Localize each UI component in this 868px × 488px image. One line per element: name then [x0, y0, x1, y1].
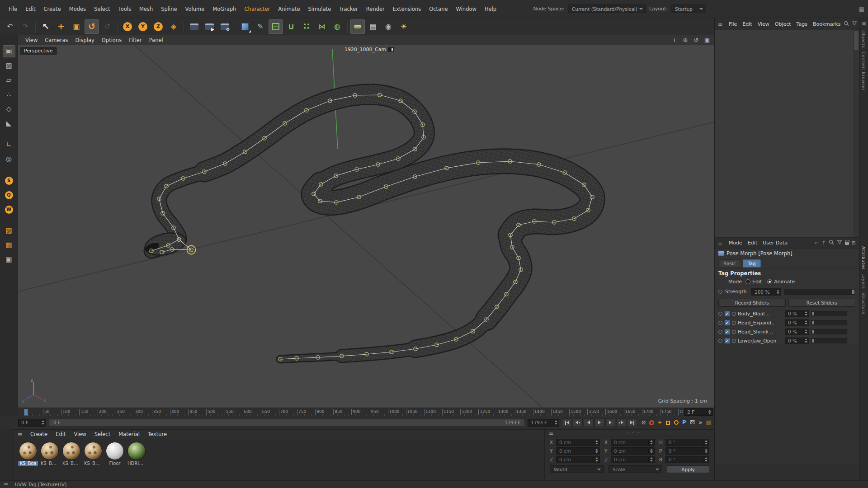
strength-slider-handle[interactable]: [852, 290, 854, 294]
morph-slider[interactable]: [811, 311, 847, 316]
last-tool-button[interactable]: ↺: [100, 19, 114, 34]
filter-icon[interactable]: [837, 239, 842, 246]
render-view-button[interactable]: [187, 19, 201, 34]
side-tab-objects[interactable]: Objects: [861, 30, 866, 48]
material-item[interactable]: HDRI_M..: [126, 442, 147, 466]
coord-field-size-z[interactable]: 0 cm: [611, 456, 655, 463]
coord-field-size-x[interactable]: 0 cm: [611, 439, 655, 446]
menu-mograph[interactable]: MoGraph: [208, 4, 240, 14]
keyframe-rotation-toggle[interactable]: [672, 418, 680, 427]
current-frame-stepper[interactable]: [707, 410, 711, 414]
spline-pen-button[interactable]: ✎: [253, 19, 268, 34]
material-menu-create[interactable]: Create: [26, 429, 52, 439]
ruler-ticks[interactable]: 5010015020025030035040045050055060065070…: [18, 408, 683, 416]
viewport[interactable]: Perspective 1920_1080_Cam Grid Spacing :…: [18, 45, 714, 408]
panel-icon[interactable]: ▣: [861, 21, 866, 27]
redo-button[interactable]: ↷: [18, 19, 33, 34]
side-tab-layers[interactable]: Layers: [861, 273, 866, 289]
viewport-menu-view[interactable]: View: [22, 36, 41, 44]
material-menu-view[interactable]: View: [70, 429, 90, 439]
morph-key-icon[interactable]: [718, 339, 722, 343]
record-sliders-button[interactable]: Record Sliders: [718, 299, 786, 307]
viewport-menu-panel[interactable]: Panel: [146, 36, 167, 44]
range-end-field[interactable]: 1793 F: [528, 419, 559, 427]
om-menu-object[interactable]: Object: [772, 20, 794, 28]
menu-select[interactable]: Select: [90, 4, 114, 14]
am-menu-edit[interactable]: Edit: [745, 239, 760, 247]
field-button[interactable]: [350, 19, 365, 34]
search-icon[interactable]: [844, 21, 849, 28]
goto-end-button[interactable]: [627, 418, 637, 427]
subdivision-surface-button[interactable]: [269, 19, 283, 34]
live-selection-button[interactable]: ↖: [38, 19, 53, 34]
menu-file[interactable]: File: [5, 4, 21, 14]
timeline-ruler[interactable]: 5010015020025030035040045050055060065070…: [18, 408, 714, 416]
view-label[interactable]: Perspective: [20, 47, 57, 55]
coord-field-rotation-p[interactable]: 0 °: [665, 447, 709, 455]
tab-basic[interactable]: Basic: [718, 259, 741, 267]
point-mode-button[interactable]: ∴: [3, 89, 15, 101]
next-key-button[interactable]: [616, 418, 626, 427]
material-menu-texture[interactable]: Texture: [144, 429, 171, 439]
side-tab-attributes[interactable]: Attributes: [861, 246, 866, 270]
size-mode-dropdown[interactable]: Scale: [609, 465, 663, 473]
workplane-snap-button[interactable]: W: [3, 203, 15, 216]
morph-checkbox[interactable]: ✓: [724, 311, 730, 317]
viewport-menu-options[interactable]: Options: [98, 36, 125, 44]
workplane-mode-button[interactable]: ▱: [3, 74, 15, 86]
floor-button[interactable]: ▤: [366, 19, 380, 34]
morph-anim-icon[interactable]: [732, 321, 736, 325]
goto-start-button[interactable]: [562, 418, 572, 427]
material-menu-icon[interactable]: ≡: [18, 431, 23, 438]
material-menu-select[interactable]: Select: [90, 429, 114, 439]
strength-stepper[interactable]: [775, 290, 779, 294]
filter-icon[interactable]: [852, 21, 857, 28]
coord-field-position-z[interactable]: 0 cm: [556, 456, 600, 463]
morph-key-icon[interactable]: [718, 321, 722, 325]
morph-anim-icon[interactable]: [732, 312, 736, 316]
x-axis-lock-button[interactable]: X: [120, 19, 135, 34]
morph-checkbox[interactable]: ✓: [724, 329, 730, 335]
menu-edit[interactable]: Edit: [21, 4, 39, 14]
range-start-field[interactable]: 0 F: [18, 419, 46, 427]
camera-label[interactable]: 1920_1080_Cam: [344, 47, 394, 52]
menu-tracker[interactable]: Tracker: [335, 4, 362, 14]
menu-create[interactable]: Create: [40, 4, 65, 14]
material-thumbnail[interactable]: [106, 442, 124, 460]
timeline-button[interactable]: ▥: [705, 418, 712, 427]
viewport-solo-button[interactable]: ◎: [3, 153, 15, 165]
enable-axis-button[interactable]: ∟: [3, 139, 15, 151]
radio-edit[interactable]: [745, 279, 750, 284]
strength-key-icon[interactable]: [718, 290, 722, 294]
scale-tool-button[interactable]: ▣: [69, 19, 84, 34]
mode-option-edit[interactable]: Edit: [745, 279, 762, 285]
edge-mode-button[interactable]: ◇: [3, 103, 15, 115]
apply-button[interactable]: Apply: [667, 465, 709, 473]
keyframe-parameter-toggle[interactable]: P: [680, 418, 688, 427]
viewport-menu-filter[interactable]: Filter: [125, 36, 145, 44]
object-list[interactable]: [715, 30, 859, 238]
zoom-view-icon[interactable]: ⊕: [682, 37, 689, 43]
menu-simulate[interactable]: Simulate: [304, 4, 335, 14]
morph-anim-icon[interactable]: [732, 330, 736, 334]
morph-anim-icon[interactable]: [732, 339, 736, 343]
morph-value-field[interactable]: 0 %: [785, 328, 809, 335]
material-item[interactable]: Floor: [104, 442, 125, 466]
paint-tool-button[interactable]: ▨: [3, 225, 15, 237]
undo-button[interactable]: ↶: [3, 19, 17, 34]
om-menu-tags[interactable]: Tags: [794, 20, 810, 28]
coord-field-size-y[interactable]: 0 cm: [611, 447, 655, 455]
om-menu-bookmarks[interactable]: Bookmarks: [810, 20, 843, 28]
volume-builder-button[interactable]: ◍: [330, 19, 344, 34]
next-frame-button[interactable]: [605, 418, 615, 427]
scrollbar-thumb[interactable]: [854, 31, 859, 50]
render-settings-button[interactable]: ⚙: [217, 19, 232, 34]
material-thumbnail[interactable]: [19, 442, 37, 460]
am-menu-mode[interactable]: Mode: [726, 239, 745, 247]
model-mode-button[interactable]: ▣: [3, 45, 15, 57]
material-item[interactable]: KS_Boa_: [39, 442, 60, 466]
coord-field-rotation-h[interactable]: 0 °: [665, 439, 709, 446]
morph-key-icon[interactable]: [718, 312, 722, 316]
morph-checkbox[interactable]: ✓: [724, 338, 730, 344]
playhead[interactable]: [24, 409, 28, 416]
